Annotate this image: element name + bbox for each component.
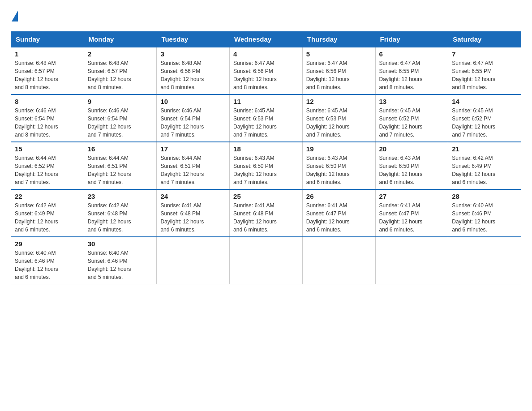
calendar-cell: 3Sunrise: 6:48 AMSunset: 6:56 PMDaylight… — [157, 47, 230, 94]
logo — [11, 11, 18, 22]
calendar-cell: 19Sunrise: 6:43 AMSunset: 6:50 PMDayligh… — [302, 142, 375, 189]
day-info: Sunrise: 6:42 AMSunset: 6:49 PMDaylight:… — [15, 201, 80, 234]
calendar-cell: 6Sunrise: 6:47 AMSunset: 6:55 PMDaylight… — [375, 47, 448, 94]
column-header-thursday: Thursday — [302, 32, 375, 47]
day-number: 6 — [379, 50, 445, 58]
day-number: 25 — [233, 193, 299, 200]
day-info: Sunrise: 6:40 AMSunset: 6:46 PMDaylight:… — [88, 249, 153, 281]
column-header-saturday: Saturday — [448, 32, 521, 47]
calendar-cell: 22Sunrise: 6:42 AMSunset: 6:49 PMDayligh… — [11, 189, 84, 237]
calendar-cell — [448, 237, 521, 284]
calendar-cell: 10Sunrise: 6:46 AMSunset: 6:54 PMDayligh… — [157, 94, 230, 142]
column-header-tuesday: Tuesday — [157, 32, 230, 47]
day-info: Sunrise: 6:48 AMSunset: 6:56 PMDaylight:… — [160, 59, 226, 91]
column-header-friday: Friday — [375, 32, 448, 47]
day-info: Sunrise: 6:43 AMSunset: 6:50 PMDaylight:… — [233, 154, 299, 186]
day-number: 15 — [15, 145, 80, 153]
calendar-cell: 17Sunrise: 6:44 AMSunset: 6:51 PMDayligh… — [157, 142, 230, 189]
calendar-cell: 29Sunrise: 6:40 AMSunset: 6:46 PMDayligh… — [11, 237, 84, 284]
day-number: 20 — [379, 145, 445, 153]
day-info: Sunrise: 6:42 AMSunset: 6:48 PMDaylight:… — [88, 201, 153, 234]
day-info: Sunrise: 6:41 AMSunset: 6:48 PMDaylight:… — [233, 201, 299, 234]
calendar-cell: 9Sunrise: 6:46 AMSunset: 6:54 PMDaylight… — [84, 94, 157, 142]
calendar-cell: 28Sunrise: 6:40 AMSunset: 6:46 PMDayligh… — [448, 189, 521, 237]
calendar-cell: 24Sunrise: 6:41 AMSunset: 6:48 PMDayligh… — [157, 189, 230, 237]
day-info: Sunrise: 6:47 AMSunset: 6:55 PMDaylight:… — [452, 59, 517, 91]
day-info: Sunrise: 6:41 AMSunset: 6:47 PMDaylight:… — [379, 201, 445, 234]
day-info: Sunrise: 6:44 AMSunset: 6:51 PMDaylight:… — [160, 154, 226, 186]
day-info: Sunrise: 6:46 AMSunset: 6:54 PMDaylight:… — [88, 107, 153, 139]
calendar-cell: 18Sunrise: 6:43 AMSunset: 6:50 PMDayligh… — [230, 142, 303, 189]
day-number: 29 — [15, 240, 80, 248]
day-number: 4 — [233, 50, 299, 58]
calendar-cell: 1Sunrise: 6:48 AMSunset: 6:57 PMDaylight… — [11, 47, 84, 94]
calendar-cell: 16Sunrise: 6:44 AMSunset: 6:51 PMDayligh… — [84, 142, 157, 189]
day-number: 23 — [88, 193, 153, 200]
calendar-cell — [157, 237, 230, 284]
day-number: 17 — [160, 145, 226, 153]
calendar-cell: 12Sunrise: 6:45 AMSunset: 6:53 PMDayligh… — [302, 94, 375, 142]
column-header-sunday: Sunday — [11, 32, 84, 47]
day-number: 1 — [15, 50, 80, 58]
calendar-table: SundayMondayTuesdayWednesdayThursdayFrid… — [11, 31, 521, 284]
calendar-cell — [302, 237, 375, 284]
day-info: Sunrise: 6:40 AMSunset: 6:46 PMDaylight:… — [452, 201, 517, 234]
day-info: Sunrise: 6:41 AMSunset: 6:47 PMDaylight:… — [306, 201, 372, 234]
calendar-cell — [375, 237, 448, 284]
day-info: Sunrise: 6:41 AMSunset: 6:48 PMDaylight:… — [160, 201, 226, 234]
day-info: Sunrise: 6:43 AMSunset: 6:50 PMDaylight:… — [306, 154, 372, 186]
day-number: 3 — [160, 50, 226, 58]
day-number: 19 — [306, 145, 372, 153]
day-number: 2 — [88, 50, 153, 58]
day-number: 9 — [88, 98, 153, 105]
week-row-2: 8Sunrise: 6:46 AMSunset: 6:54 PMDaylight… — [11, 94, 521, 142]
day-info: Sunrise: 6:48 AMSunset: 6:57 PMDaylight:… — [15, 59, 80, 91]
day-number: 27 — [379, 193, 445, 200]
calendar-cell: 4Sunrise: 6:47 AMSunset: 6:56 PMDaylight… — [230, 47, 303, 94]
day-info: Sunrise: 6:45 AMSunset: 6:52 PMDaylight:… — [379, 107, 445, 139]
calendar-cell — [230, 237, 303, 284]
calendar-header-row: SundayMondayTuesdayWednesdayThursdayFrid… — [11, 32, 521, 47]
logo-triangle-icon — [12, 11, 18, 21]
column-header-wednesday: Wednesday — [230, 32, 303, 47]
day-info: Sunrise: 6:44 AMSunset: 6:51 PMDaylight:… — [88, 154, 153, 186]
day-info: Sunrise: 6:47 AMSunset: 6:55 PMDaylight:… — [379, 59, 445, 91]
calendar-cell: 20Sunrise: 6:43 AMSunset: 6:50 PMDayligh… — [375, 142, 448, 189]
calendar-cell: 7Sunrise: 6:47 AMSunset: 6:55 PMDaylight… — [448, 47, 521, 94]
day-number: 21 — [452, 145, 517, 153]
week-row-4: 22Sunrise: 6:42 AMSunset: 6:49 PMDayligh… — [11, 189, 521, 237]
day-number: 16 — [88, 145, 153, 153]
day-info: Sunrise: 6:48 AMSunset: 6:57 PMDaylight:… — [88, 59, 153, 91]
day-info: Sunrise: 6:45 AMSunset: 6:53 PMDaylight:… — [233, 107, 299, 139]
day-number: 10 — [160, 98, 226, 105]
day-number: 12 — [306, 98, 372, 105]
day-info: Sunrise: 6:42 AMSunset: 6:49 PMDaylight:… — [452, 154, 517, 186]
day-number: 30 — [88, 240, 153, 248]
page-header — [11, 11, 521, 22]
day-number: 28 — [452, 193, 517, 200]
day-number: 26 — [306, 193, 372, 200]
calendar-cell: 14Sunrise: 6:45 AMSunset: 6:52 PMDayligh… — [448, 94, 521, 142]
calendar-cell: 13Sunrise: 6:45 AMSunset: 6:52 PMDayligh… — [375, 94, 448, 142]
day-number: 18 — [233, 145, 299, 153]
day-number: 8 — [15, 98, 80, 105]
day-number: 22 — [15, 193, 80, 200]
day-info: Sunrise: 6:47 AMSunset: 6:56 PMDaylight:… — [233, 59, 299, 91]
day-info: Sunrise: 6:44 AMSunset: 6:52 PMDaylight:… — [15, 154, 80, 186]
column-header-monday: Monday — [84, 32, 157, 47]
week-row-1: 1Sunrise: 6:48 AMSunset: 6:57 PMDaylight… — [11, 47, 521, 94]
day-info: Sunrise: 6:45 AMSunset: 6:53 PMDaylight:… — [306, 107, 372, 139]
day-number: 14 — [452, 98, 517, 105]
calendar-cell: 11Sunrise: 6:45 AMSunset: 6:53 PMDayligh… — [230, 94, 303, 142]
day-info: Sunrise: 6:47 AMSunset: 6:56 PMDaylight:… — [306, 59, 372, 91]
calendar-cell: 27Sunrise: 6:41 AMSunset: 6:47 PMDayligh… — [375, 189, 448, 237]
day-info: Sunrise: 6:46 AMSunset: 6:54 PMDaylight:… — [160, 107, 226, 139]
calendar-cell: 21Sunrise: 6:42 AMSunset: 6:49 PMDayligh… — [448, 142, 521, 189]
day-number: 24 — [160, 193, 226, 200]
week-row-3: 15Sunrise: 6:44 AMSunset: 6:52 PMDayligh… — [11, 142, 521, 189]
calendar-cell: 5Sunrise: 6:47 AMSunset: 6:56 PMDaylight… — [302, 47, 375, 94]
day-number: 7 — [452, 50, 517, 58]
day-info: Sunrise: 6:40 AMSunset: 6:46 PMDaylight:… — [15, 249, 80, 281]
calendar-cell: 2Sunrise: 6:48 AMSunset: 6:57 PMDaylight… — [84, 47, 157, 94]
calendar-cell: 26Sunrise: 6:41 AMSunset: 6:47 PMDayligh… — [302, 189, 375, 237]
